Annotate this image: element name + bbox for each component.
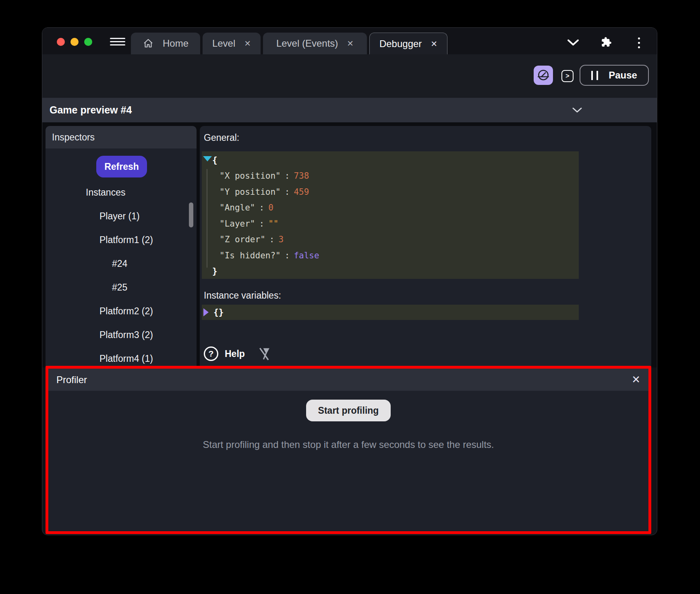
close-icon[interactable]: ✕: [632, 373, 640, 386]
home-icon: [143, 38, 154, 49]
debugger-toolbar: > Pause: [42, 54, 657, 98]
help-row: ? Help: [204, 346, 271, 361]
tree-item-platform3[interactable]: Platform3 (2): [46, 323, 197, 347]
game-preview-accordion[interactable]: Game preview #4: [42, 98, 657, 122]
minimize-window-button[interactable]: [70, 38, 79, 46]
json-value[interactable]: false: [294, 251, 319, 260]
profiler-body: Start profiling Start profiling and then…: [48, 391, 648, 450]
inspectors-header: Inspectors: [46, 126, 197, 148]
profiler-gauge-icon[interactable]: [534, 66, 553, 85]
tree-item-platform4[interactable]: Platform4 (1): [46, 347, 197, 367]
profiler-title: Profiler: [56, 374, 632, 386]
maximize-window-button[interactable]: [84, 38, 92, 46]
start-profiling-button[interactable]: Start profiling: [306, 400, 391, 421]
general-section-label: General:: [204, 132, 239, 143]
tab-label: Level (Events): [276, 38, 338, 49]
instance-variables-label: Instance variables:: [204, 290, 281, 301]
tree-item-instance-25[interactable]: #25: [46, 276, 197, 299]
pause-icon: [591, 71, 598, 80]
chevron-down-icon[interactable]: [567, 39, 579, 46]
json-property-row: "Angle":0: [202, 200, 579, 216]
profiler-description: Start profiling and then stop it after a…: [203, 439, 494, 450]
refresh-button[interactable]: Refresh: [96, 156, 147, 177]
pause-label: Pause: [609, 70, 637, 81]
tab-level[interactable]: Level ✕: [203, 33, 261, 54]
accordion-caret-down-icon[interactable]: [572, 107, 582, 113]
game-preview-title: Game preview #4: [50, 104, 132, 116]
close-window-button[interactable]: [57, 38, 65, 46]
inspectors-sidebar: Inspectors Refresh Instances Player (1) …: [46, 126, 197, 367]
close-tab-icon[interactable]: ✕: [347, 39, 354, 48]
window-controls: [57, 38, 92, 46]
pause-button[interactable]: Pause: [580, 65, 649, 86]
instance-variables-value[interactable]: {}: [213, 307, 224, 317]
json-value[interactable]: 0: [268, 203, 273, 212]
tree-item-platform2[interactable]: Platform2 (2): [46, 299, 197, 323]
inspector-detail-panel: General: { "X position":738 "Y position"…: [200, 126, 651, 367]
tab-label: Level: [212, 38, 235, 49]
json-key: "X position": [220, 171, 281, 181]
expand-triangle-icon[interactable]: [203, 308, 209, 316]
menu-hamburger-icon[interactable]: [110, 38, 125, 45]
tab-label: Debugger: [379, 38, 422, 50]
tree-item-player[interactable]: Player (1): [46, 204, 197, 228]
json-property-row: "Y position":459: [202, 184, 579, 200]
json-property-row: "Layer":"": [202, 216, 579, 232]
app-window: Home Level ✕ Level (Events) ✕ Debugger ✕: [42, 27, 657, 535]
tree-item-instances[interactable]: Instances: [46, 181, 197, 204]
inspectors-title: Inspectors: [52, 132, 95, 143]
json-key: "Angle": [220, 203, 255, 212]
json-key: "Layer": [220, 219, 255, 229]
instance-variables-row: {}: [202, 305, 579, 320]
unpin-icon[interactable]: [257, 346, 271, 361]
console-icon[interactable]: >: [561, 70, 574, 82]
help-label[interactable]: Help: [225, 349, 245, 359]
more-options-dots-icon[interactable]: [638, 37, 640, 48]
json-property-row: "Is hidden?":false: [202, 248, 579, 264]
help-question-icon[interactable]: ?: [204, 346, 218, 361]
json-value[interactable]: 459: [294, 187, 309, 197]
profiler-panel: Profiler ✕ Start profiling Start profili…: [46, 366, 651, 534]
json-key: "Y position": [220, 187, 281, 197]
close-tab-icon[interactable]: ✕: [431, 39, 437, 49]
general-json-view: { "X position":738 "Y position":459 "Ang…: [202, 151, 579, 279]
json-property-row: "X position":738: [202, 168, 579, 184]
json-value[interactable]: "": [268, 219, 278, 229]
tree-item-platform1[interactable]: Platform1 (2): [46, 228, 197, 252]
json-value[interactable]: 3: [278, 235, 284, 244]
tab-home[interactable]: Home: [131, 33, 200, 54]
tab-bar: Home Level ✕ Level (Events) ✕ Debugger ✕: [42, 28, 657, 54]
json-property-row: "Z order":3: [202, 232, 579, 248]
json-key: "Z order": [220, 235, 265, 244]
json-key: "Is hidden?": [220, 251, 281, 260]
sidebar-scrollbar-thumb[interactable]: [189, 202, 193, 227]
tab-level-events[interactable]: Level (Events) ✕: [263, 33, 367, 54]
tab-label: Home: [163, 38, 188, 49]
tab-debugger[interactable]: Debugger ✕: [369, 33, 447, 54]
json-open-brace: {: [202, 152, 579, 168]
json-close-brace: }: [202, 264, 579, 280]
close-tab-icon[interactable]: ✕: [244, 39, 251, 48]
instances-tree: Instances Player (1) Platform1 (2) #24 #…: [46, 181, 197, 367]
tree-item-instance-24[interactable]: #24: [46, 252, 197, 276]
extensions-puzzle-icon[interactable]: [601, 37, 612, 47]
profiler-header: Profiler ✕: [48, 369, 648, 391]
json-value[interactable]: 738: [294, 171, 309, 181]
